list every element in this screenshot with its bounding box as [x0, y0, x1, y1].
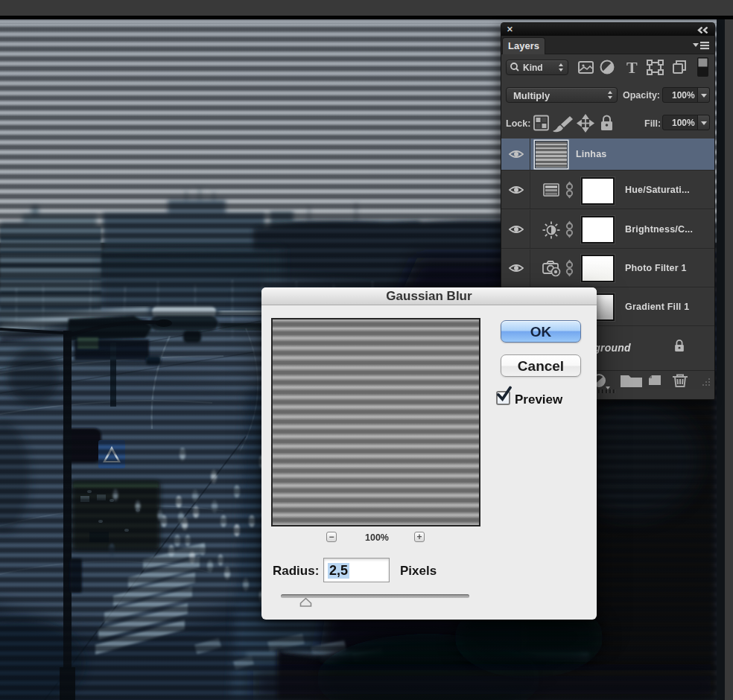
svg-text:T: T: [626, 58, 638, 77]
